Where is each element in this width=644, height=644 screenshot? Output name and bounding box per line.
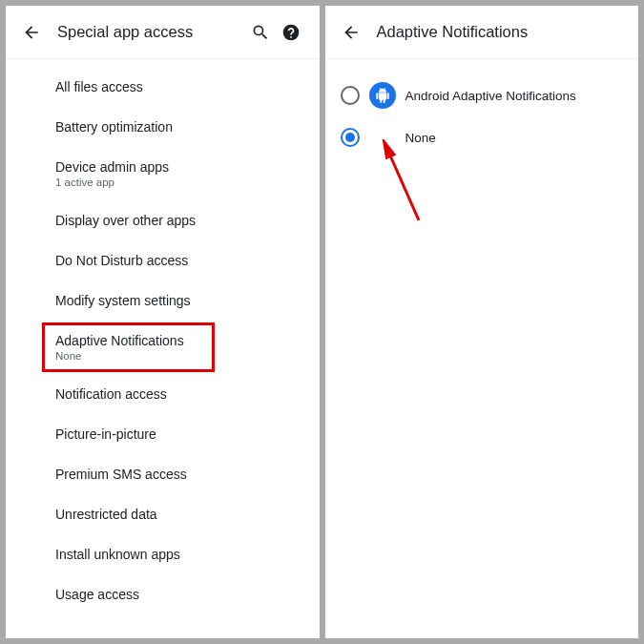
option-label: Android Adaptive Notifications xyxy=(405,89,576,103)
item-label: Do Not Disturb access xyxy=(55,253,304,268)
settings-item-display-over-other-apps[interactable]: Display over other apps xyxy=(6,200,320,240)
option-icon-slot xyxy=(360,82,405,109)
settings-list: All files accessBattery optimizationDevi… xyxy=(6,59,320,638)
radio-option-none[interactable]: None xyxy=(325,118,639,156)
settings-item-usage-access[interactable]: Usage access xyxy=(6,574,320,614)
search-icon xyxy=(251,23,270,42)
help-button[interactable] xyxy=(276,23,306,42)
back-arrow-icon xyxy=(22,23,41,42)
radio-dot xyxy=(345,133,355,142)
item-label: Modify system settings xyxy=(55,293,304,308)
special-app-access-panel: Special app access All files accessBatte… xyxy=(6,6,320,638)
item-label: Notification access xyxy=(55,386,304,402)
item-label: All files access xyxy=(55,79,304,94)
item-label: Install unknown apps xyxy=(55,547,304,562)
page-title: Adaptive Notifications xyxy=(377,23,626,41)
item-label: Device admin apps xyxy=(55,159,304,175)
settings-item-all-files-access[interactable]: All files access xyxy=(6,67,320,107)
item-label: Unrestricted data xyxy=(55,507,304,522)
settings-item-adaptive-notifications[interactable]: Adaptive NotificationsNone xyxy=(6,321,320,374)
android-icon xyxy=(369,82,396,109)
header: Special app access xyxy=(6,6,320,59)
settings-item-premium-sms-access[interactable]: Premium SMS access xyxy=(6,454,320,494)
svg-point-0 xyxy=(282,24,299,40)
option-label: None xyxy=(405,131,436,145)
radio-list: Android Adaptive NotificationsNone xyxy=(325,59,639,170)
item-label: Picture-in-picture xyxy=(55,426,304,442)
item-label: Display over other apps xyxy=(55,213,304,228)
radio-option-android-adaptive-notifications[interactable]: Android Adaptive Notifications xyxy=(325,73,639,118)
settings-item-modify-system-settings[interactable]: Modify system settings xyxy=(6,280,320,321)
back-arrow-icon xyxy=(342,23,361,42)
page-title: Special app access xyxy=(57,23,245,41)
settings-item-install-unknown-apps[interactable]: Install unknown apps xyxy=(6,534,320,574)
settings-item-picture-in-picture[interactable]: Picture-in-picture xyxy=(6,414,320,454)
adaptive-notifications-panel: Adaptive Notifications Android Adaptive … xyxy=(325,6,639,638)
item-sublabel: 1 active app xyxy=(55,177,304,188)
item-label: Battery optimization xyxy=(55,119,304,135)
radio-button[interactable] xyxy=(341,86,360,105)
settings-item-unrestricted-data[interactable]: Unrestricted data xyxy=(6,494,320,534)
item-label: Premium SMS access xyxy=(55,467,304,482)
settings-item-notification-access[interactable]: Notification access xyxy=(6,374,320,414)
search-button[interactable] xyxy=(245,23,276,42)
settings-item-battery-optimization[interactable]: Battery optimization xyxy=(6,107,320,147)
header: Adaptive Notifications xyxy=(325,6,639,59)
item-label: Usage access xyxy=(55,587,304,602)
settings-item-do-not-disturb-access[interactable]: Do Not Disturb access xyxy=(6,240,320,280)
help-icon xyxy=(281,23,301,42)
settings-item-device-admin-apps[interactable]: Device admin apps1 active app xyxy=(6,147,320,200)
item-label: Adaptive Notifications xyxy=(55,333,304,348)
back-button[interactable] xyxy=(19,23,44,42)
radio-button[interactable] xyxy=(341,128,360,147)
back-button[interactable] xyxy=(339,23,364,42)
item-sublabel: None xyxy=(55,350,304,362)
